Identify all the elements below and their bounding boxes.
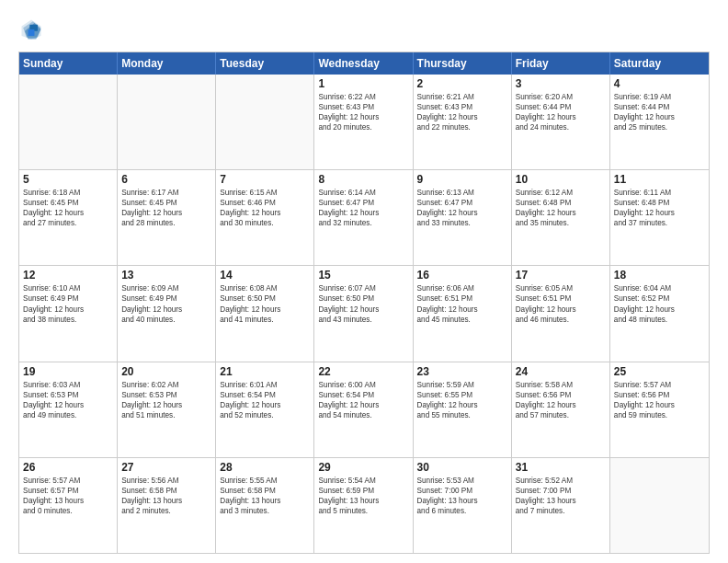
cell-daylight-text: Sunrise: 6:01 AM Sunset: 6:54 PM Dayligh… (220, 380, 310, 420)
cal-cell-empty (610, 458, 709, 553)
cal-cell-day-27: 27Sunrise: 5:56 AM Sunset: 6:58 PM Dayli… (118, 458, 216, 553)
cell-daylight-text: Sunrise: 6:14 AM Sunset: 6:47 PM Dayligh… (318, 188, 408, 228)
cal-cell-day-7: 7Sunrise: 6:15 AM Sunset: 6:46 PM Daylig… (216, 170, 314, 265)
cal-cell-day-25: 25Sunrise: 5:57 AM Sunset: 6:56 PM Dayli… (610, 362, 709, 457)
day-number: 28 (220, 461, 310, 474)
cell-daylight-text: Sunrise: 6:02 AM Sunset: 6:53 PM Dayligh… (121, 380, 211, 420)
cell-daylight-text: Sunrise: 6:19 AM Sunset: 6:44 PM Dayligh… (614, 92, 705, 132)
day-number: 16 (417, 269, 507, 282)
cal-cell-day-2: 2Sunrise: 6:21 AM Sunset: 6:43 PM Daylig… (414, 75, 512, 169)
day-number: 1 (318, 77, 408, 90)
calendar-header-row: SundayMondayTuesdayWednesdayThursdayFrid… (19, 52, 709, 75)
day-number: 2 (417, 77, 507, 90)
cal-cell-day-3: 3Sunrise: 6:20 AM Sunset: 6:44 PM Daylig… (512, 75, 610, 169)
day-number: 9 (417, 173, 507, 186)
cal-cell-day-26: 26Sunrise: 5:57 AM Sunset: 6:57 PM Dayli… (19, 458, 118, 553)
cal-cell-day-1: 1Sunrise: 6:22 AM Sunset: 6:43 PM Daylig… (314, 75, 413, 169)
day-number: 8 (318, 173, 408, 186)
cal-cell-day-17: 17Sunrise: 6:05 AM Sunset: 6:51 PM Dayli… (512, 266, 610, 361)
day-number: 25 (614, 365, 705, 378)
cal-cell-day-20: 20Sunrise: 6:02 AM Sunset: 6:53 PM Dayli… (118, 362, 216, 457)
day-number: 23 (417, 365, 507, 378)
day-number: 27 (121, 461, 211, 474)
day-number: 21 (220, 365, 310, 378)
cell-daylight-text: Sunrise: 6:08 AM Sunset: 6:50 PM Dayligh… (220, 283, 310, 324)
cal-cell-day-30: 30Sunrise: 5:53 AM Sunset: 7:00 PM Dayli… (414, 458, 512, 553)
cell-daylight-text: Sunrise: 5:59 AM Sunset: 6:55 PM Dayligh… (417, 380, 507, 420)
day-number: 10 (516, 173, 606, 186)
cell-daylight-text: Sunrise: 5:57 AM Sunset: 6:56 PM Dayligh… (614, 380, 705, 420)
day-number: 15 (318, 269, 408, 282)
day-number: 22 (318, 365, 408, 378)
cal-cell-day-15: 15Sunrise: 6:07 AM Sunset: 6:50 PM Dayli… (314, 266, 413, 361)
cal-header-saturday: Saturday (610, 52, 709, 75)
cal-cell-day-12: 12Sunrise: 6:10 AM Sunset: 6:49 PM Dayli… (19, 266, 118, 361)
cell-daylight-text: Sunrise: 5:52 AM Sunset: 7:00 PM Dayligh… (516, 476, 606, 516)
day-number: 4 (614, 77, 705, 90)
cell-daylight-text: Sunrise: 6:10 AM Sunset: 6:49 PM Dayligh… (23, 283, 113, 324)
day-number: 13 (121, 269, 211, 282)
svg-rect-2 (28, 29, 35, 36)
day-number: 26 (23, 461, 113, 474)
cal-cell-day-21: 21Sunrise: 6:01 AM Sunset: 6:54 PM Dayli… (216, 362, 314, 457)
cell-daylight-text: Sunrise: 6:03 AM Sunset: 6:53 PM Dayligh… (23, 380, 113, 420)
cal-cell-day-9: 9Sunrise: 6:13 AM Sunset: 6:47 PM Daylig… (414, 170, 512, 265)
cal-cell-day-31: 31Sunrise: 5:52 AM Sunset: 7:00 PM Dayli… (512, 458, 610, 553)
cell-daylight-text: Sunrise: 6:12 AM Sunset: 6:48 PM Dayligh… (516, 188, 606, 228)
day-number: 11 (614, 173, 705, 186)
day-number: 29 (318, 461, 408, 474)
day-number: 6 (121, 173, 211, 186)
cell-daylight-text: Sunrise: 5:57 AM Sunset: 6:57 PM Dayligh… (23, 476, 113, 516)
cell-daylight-text: Sunrise: 6:06 AM Sunset: 6:51 PM Dayligh… (417, 283, 507, 324)
cell-daylight-text: Sunrise: 5:53 AM Sunset: 7:00 PM Dayligh… (417, 476, 507, 516)
cal-cell-day-28: 28Sunrise: 5:55 AM Sunset: 6:58 PM Dayli… (216, 458, 314, 553)
day-number: 12 (23, 269, 113, 282)
day-number: 7 (220, 173, 310, 186)
day-number: 31 (516, 461, 606, 474)
cal-header-friday: Friday (512, 52, 610, 75)
day-number: 5 (23, 173, 113, 186)
cal-cell-empty (216, 75, 314, 169)
cal-cell-day-8: 8Sunrise: 6:14 AM Sunset: 6:47 PM Daylig… (314, 170, 413, 265)
cal-row-4: 19Sunrise: 6:03 AM Sunset: 6:53 PM Dayli… (19, 362, 709, 457)
cal-cell-day-24: 24Sunrise: 5:58 AM Sunset: 6:56 PM Dayli… (512, 362, 610, 457)
cal-cell-day-18: 18Sunrise: 6:04 AM Sunset: 6:52 PM Dayli… (610, 266, 709, 361)
cell-daylight-text: Sunrise: 6:18 AM Sunset: 6:45 PM Dayligh… (23, 188, 113, 228)
cal-cell-day-29: 29Sunrise: 5:54 AM Sunset: 6:59 PM Dayli… (314, 458, 413, 553)
cal-row-1: 1Sunrise: 6:22 AM Sunset: 6:43 PM Daylig… (19, 75, 709, 169)
cal-cell-day-5: 5Sunrise: 6:18 AM Sunset: 6:45 PM Daylig… (19, 170, 118, 265)
cal-cell-day-6: 6Sunrise: 6:17 AM Sunset: 6:45 PM Daylig… (118, 170, 216, 265)
calendar: SundayMondayTuesdayWednesdayThursdayFrid… (18, 52, 710, 554)
page: SundayMondayTuesdayWednesdayThursdayFrid… (0, 0, 728, 563)
header (18, 17, 710, 42)
calendar-body: 1Sunrise: 6:22 AM Sunset: 6:43 PM Daylig… (19, 75, 709, 553)
cell-daylight-text: Sunrise: 5:55 AM Sunset: 6:58 PM Dayligh… (220, 476, 310, 516)
cal-header-tuesday: Tuesday (216, 52, 314, 75)
cal-header-wednesday: Wednesday (314, 52, 413, 75)
cal-row-3: 12Sunrise: 6:10 AM Sunset: 6:49 PM Dayli… (19, 265, 709, 361)
cal-cell-day-4: 4Sunrise: 6:19 AM Sunset: 6:44 PM Daylig… (610, 75, 709, 169)
logo-icon (18, 17, 44, 42)
day-number: 14 (220, 269, 310, 282)
cell-daylight-text: Sunrise: 6:05 AM Sunset: 6:51 PM Dayligh… (516, 283, 606, 324)
cal-cell-day-14: 14Sunrise: 6:08 AM Sunset: 6:50 PM Dayli… (216, 266, 314, 361)
cal-cell-day-19: 19Sunrise: 6:03 AM Sunset: 6:53 PM Dayli… (19, 362, 118, 457)
cell-daylight-text: Sunrise: 6:17 AM Sunset: 6:45 PM Dayligh… (121, 188, 211, 228)
cal-row-2: 5Sunrise: 6:18 AM Sunset: 6:45 PM Daylig… (19, 169, 709, 265)
cal-cell-day-11: 11Sunrise: 6:11 AM Sunset: 6:48 PM Dayli… (610, 170, 709, 265)
cal-cell-day-10: 10Sunrise: 6:12 AM Sunset: 6:48 PM Dayli… (512, 170, 610, 265)
cell-daylight-text: Sunrise: 5:54 AM Sunset: 6:59 PM Dayligh… (318, 476, 408, 516)
cal-cell-day-23: 23Sunrise: 5:59 AM Sunset: 6:55 PM Dayli… (414, 362, 512, 457)
day-number: 18 (614, 269, 705, 282)
cell-daylight-text: Sunrise: 6:09 AM Sunset: 6:49 PM Dayligh… (121, 283, 211, 324)
day-number: 24 (516, 365, 606, 378)
day-number: 3 (516, 77, 606, 90)
cal-cell-empty (118, 75, 216, 169)
cal-cell-day-13: 13Sunrise: 6:09 AM Sunset: 6:49 PM Dayli… (118, 266, 216, 361)
day-number: 30 (417, 461, 507, 474)
day-number: 17 (516, 269, 606, 282)
cell-daylight-text: Sunrise: 6:00 AM Sunset: 6:54 PM Dayligh… (318, 380, 408, 420)
cal-cell-day-22: 22Sunrise: 6:00 AM Sunset: 6:54 PM Dayli… (314, 362, 413, 457)
cell-daylight-text: Sunrise: 5:56 AM Sunset: 6:58 PM Dayligh… (121, 476, 211, 516)
cell-daylight-text: Sunrise: 6:11 AM Sunset: 6:48 PM Dayligh… (614, 188, 705, 228)
